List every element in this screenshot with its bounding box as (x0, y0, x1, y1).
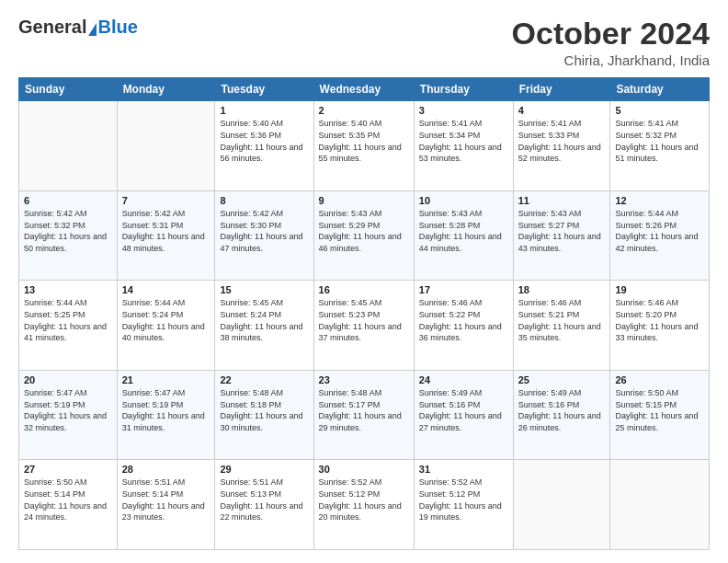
day-number: 15 (220, 284, 308, 295)
day-info: Sunrise: 5:51 AM Sunset: 5:14 PM Dayligh… (122, 477, 210, 523)
day-number: 27 (24, 464, 112, 475)
day-cell: 3Sunrise: 5:41 AM Sunset: 5:34 PM Daylig… (414, 101, 513, 191)
day-number: 30 (319, 464, 409, 475)
title-block: October 2024 Chiria, Jharkhand, India (512, 17, 710, 68)
day-cell: 26Sunrise: 5:50 AM Sunset: 5:15 PM Dayli… (610, 370, 710, 460)
day-cell: 11Sunrise: 5:43 AM Sunset: 5:27 PM Dayli… (513, 190, 610, 281)
day-info: Sunrise: 5:41 AM Sunset: 5:32 PM Dayligh… (615, 118, 704, 164)
week-row-5: 27Sunrise: 5:50 AM Sunset: 5:14 PM Dayli… (19, 460, 710, 550)
col-header-wednesday: Wednesday (313, 78, 414, 101)
day-number: 2 (319, 105, 409, 116)
day-cell: 4Sunrise: 5:41 AM Sunset: 5:33 PM Daylig… (513, 101, 610, 191)
day-cell (610, 460, 710, 550)
day-info: Sunrise: 5:41 AM Sunset: 5:33 PM Dayligh… (518, 118, 606, 164)
day-info: Sunrise: 5:51 AM Sunset: 5:13 PM Dayligh… (220, 477, 308, 523)
day-info: Sunrise: 5:40 AM Sunset: 5:35 PM Dayligh… (319, 118, 409, 164)
location-title: Chiria, Jharkhand, India (512, 52, 710, 68)
month-title: October 2024 (512, 17, 710, 51)
day-info: Sunrise: 5:42 AM Sunset: 5:30 PM Dayligh… (220, 208, 308, 254)
day-number: 29 (220, 464, 308, 475)
day-info: Sunrise: 5:44 AM Sunset: 5:26 PM Dayligh… (615, 208, 704, 254)
day-cell: 7Sunrise: 5:42 AM Sunset: 5:31 PM Daylig… (117, 190, 215, 281)
day-cell: 30Sunrise: 5:52 AM Sunset: 5:12 PM Dayli… (313, 460, 414, 550)
day-info: Sunrise: 5:44 AM Sunset: 5:25 PM Dayligh… (24, 297, 112, 343)
day-number: 19 (615, 284, 704, 295)
day-cell: 17Sunrise: 5:46 AM Sunset: 5:22 PM Dayli… (414, 281, 513, 371)
day-cell: 19Sunrise: 5:46 AM Sunset: 5:20 PM Dayli… (610, 281, 710, 371)
day-number: 9 (319, 195, 409, 206)
header: General Blue October 2024 Chiria, Jharkh… (18, 17, 710, 68)
day-info: Sunrise: 5:41 AM Sunset: 5:34 PM Dayligh… (419, 118, 508, 164)
day-info: Sunrise: 5:47 AM Sunset: 5:19 PM Dayligh… (24, 387, 112, 433)
week-row-1: 1Sunrise: 5:40 AM Sunset: 5:36 PM Daylig… (19, 101, 710, 191)
day-number: 12 (615, 195, 704, 206)
day-number: 25 (518, 374, 606, 385)
day-header-row: SundayMondayTuesdayWednesdayThursdayFrid… (19, 78, 710, 101)
col-header-tuesday: Tuesday (215, 78, 313, 101)
col-header-saturday: Saturday (610, 78, 710, 101)
logo-general-text: General (18, 17, 86, 38)
day-number: 20 (24, 374, 112, 385)
col-header-friday: Friday (513, 78, 610, 101)
day-info: Sunrise: 5:52 AM Sunset: 5:12 PM Dayligh… (319, 477, 409, 523)
day-cell: 24Sunrise: 5:49 AM Sunset: 5:16 PM Dayli… (414, 370, 513, 460)
day-cell: 31Sunrise: 5:52 AM Sunset: 5:12 PM Dayli… (414, 460, 513, 550)
day-cell (117, 101, 215, 191)
day-number: 3 (419, 105, 508, 116)
day-info: Sunrise: 5:49 AM Sunset: 5:16 PM Dayligh… (419, 387, 508, 433)
day-cell: 14Sunrise: 5:44 AM Sunset: 5:24 PM Dayli… (117, 281, 215, 371)
col-header-sunday: Sunday (19, 78, 118, 101)
week-row-3: 13Sunrise: 5:44 AM Sunset: 5:25 PM Dayli… (19, 281, 710, 371)
day-number: 17 (419, 284, 508, 295)
col-header-monday: Monday (117, 78, 215, 101)
day-number: 10 (419, 195, 508, 206)
day-number: 8 (220, 195, 308, 206)
day-number: 18 (518, 284, 606, 295)
day-cell: 8Sunrise: 5:42 AM Sunset: 5:30 PM Daylig… (215, 190, 313, 281)
day-cell: 22Sunrise: 5:48 AM Sunset: 5:18 PM Dayli… (215, 370, 313, 460)
day-info: Sunrise: 5:48 AM Sunset: 5:17 PM Dayligh… (319, 387, 409, 433)
day-number: 31 (419, 464, 508, 475)
day-cell: 15Sunrise: 5:45 AM Sunset: 5:24 PM Dayli… (215, 281, 313, 371)
day-info: Sunrise: 5:49 AM Sunset: 5:16 PM Dayligh… (518, 387, 606, 433)
day-number: 28 (122, 464, 210, 475)
day-number: 11 (518, 195, 606, 206)
logo-triangle-icon (88, 23, 97, 36)
day-number: 23 (319, 374, 409, 385)
day-number: 14 (122, 284, 210, 295)
day-cell: 25Sunrise: 5:49 AM Sunset: 5:16 PM Dayli… (513, 370, 610, 460)
day-info: Sunrise: 5:47 AM Sunset: 5:19 PM Dayligh… (122, 387, 210, 433)
calendar-table: SundayMondayTuesdayWednesdayThursdayFrid… (18, 77, 710, 550)
week-row-4: 20Sunrise: 5:47 AM Sunset: 5:19 PM Dayli… (19, 370, 710, 460)
day-info: Sunrise: 5:46 AM Sunset: 5:20 PM Dayligh… (615, 297, 704, 343)
day-info: Sunrise: 5:45 AM Sunset: 5:23 PM Dayligh… (319, 297, 409, 343)
day-number: 13 (24, 284, 112, 295)
day-number: 24 (419, 374, 508, 385)
day-number: 21 (122, 374, 210, 385)
day-cell: 28Sunrise: 5:51 AM Sunset: 5:14 PM Dayli… (117, 460, 215, 550)
logo: General Blue (18, 17, 138, 38)
day-cell: 23Sunrise: 5:48 AM Sunset: 5:17 PM Dayli… (313, 370, 414, 460)
day-cell: 20Sunrise: 5:47 AM Sunset: 5:19 PM Dayli… (19, 370, 118, 460)
day-number: 26 (615, 374, 704, 385)
day-cell: 5Sunrise: 5:41 AM Sunset: 5:32 PM Daylig… (610, 101, 710, 191)
day-number: 22 (220, 374, 308, 385)
day-info: Sunrise: 5:43 AM Sunset: 5:28 PM Dayligh… (419, 208, 508, 254)
day-cell: 16Sunrise: 5:45 AM Sunset: 5:23 PM Dayli… (313, 281, 414, 371)
day-info: Sunrise: 5:50 AM Sunset: 5:15 PM Dayligh… (615, 387, 704, 433)
day-cell: 12Sunrise: 5:44 AM Sunset: 5:26 PM Dayli… (610, 190, 710, 281)
day-info: Sunrise: 5:42 AM Sunset: 5:32 PM Dayligh… (24, 208, 112, 254)
day-number: 5 (615, 105, 704, 116)
day-info: Sunrise: 5:43 AM Sunset: 5:29 PM Dayligh… (319, 208, 409, 254)
day-number: 1 (220, 105, 308, 116)
day-cell (19, 101, 118, 191)
day-cell: 9Sunrise: 5:43 AM Sunset: 5:29 PM Daylig… (313, 190, 414, 281)
page: General Blue October 2024 Chiria, Jharkh… (0, 0, 728, 563)
day-info: Sunrise: 5:43 AM Sunset: 5:27 PM Dayligh… (518, 208, 606, 254)
day-cell: 13Sunrise: 5:44 AM Sunset: 5:25 PM Dayli… (19, 281, 118, 371)
day-cell: 27Sunrise: 5:50 AM Sunset: 5:14 PM Dayli… (19, 460, 118, 550)
day-cell: 18Sunrise: 5:46 AM Sunset: 5:21 PM Dayli… (513, 281, 610, 371)
day-cell: 10Sunrise: 5:43 AM Sunset: 5:28 PM Dayli… (414, 190, 513, 281)
day-cell (513, 460, 610, 550)
day-number: 4 (518, 105, 606, 116)
